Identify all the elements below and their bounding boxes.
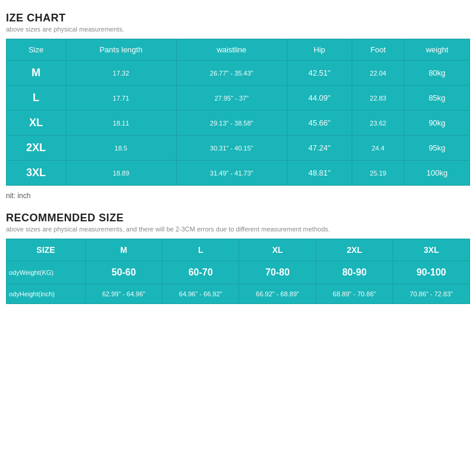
cell-size: 2XL xyxy=(7,136,66,161)
cell-pants: 17.32 xyxy=(66,61,176,86)
rec-row-label: odyHeight(inch) xyxy=(7,284,86,304)
size-chart-header-row: Size Pants length waistline Hip Foot wei… xyxy=(7,39,470,61)
cell-foot: 25.19 xyxy=(352,161,404,186)
header-size: Size xyxy=(7,39,66,61)
cell-pants: 17.71 xyxy=(66,86,176,111)
size-chart-section: IZE CHART above sizes are physical measu… xyxy=(6,12,470,200)
rec-table-row: odyWeight(KG)50-6060-7070-8080-9090-100 xyxy=(7,261,470,284)
cell-pants: 18.5 xyxy=(66,136,176,161)
rec-header-cell: XL xyxy=(239,239,316,261)
table-row: M 17.32 26.77" - 35.43" 42.51" 22.04 80k… xyxy=(7,61,470,86)
cell-hip: 47.24" xyxy=(287,136,352,161)
table-row: 2XL 18.5 30.31" - 40.15" 47.24" 24.4 95k… xyxy=(7,136,470,161)
cell-foot: 22.04 xyxy=(352,61,404,86)
table-row: 3XL 18.89 31.49" - 41.73" 48.81" 25.19 1… xyxy=(7,161,470,186)
rec-header-cell: M xyxy=(85,239,162,261)
recommended-chart-section: RECOMMENDED SIZE above sizes are physica… xyxy=(6,212,470,304)
cell-foot: 23.62 xyxy=(352,111,404,136)
cell-size: XL xyxy=(7,111,66,136)
cell-waist: 27.95" - 37" xyxy=(176,86,287,111)
cell-weight: 100kg xyxy=(404,161,469,186)
header-hip: Hip xyxy=(287,39,352,61)
rec-row-label: odyWeight(KG) xyxy=(7,261,86,284)
cell-foot: 24.4 xyxy=(352,136,404,161)
rec-table-row: odyHeight(inch)62.99" - 64.96"64.96" - 6… xyxy=(7,284,470,304)
table-row: L 17.71 27.95" - 37" 44.09" 22.83 85kg xyxy=(7,86,470,111)
cell-waist: 29.13" - 38.58" xyxy=(176,111,287,136)
rec-cell: 68.89" - 70.86" xyxy=(316,284,393,304)
rec-cell: 50-60 xyxy=(85,261,162,284)
header-pants: Pants length xyxy=(66,39,176,61)
rec-cell: 70-80 xyxy=(239,261,316,284)
header-waist: waistline xyxy=(176,39,287,61)
unit-note: nit: inch xyxy=(6,192,470,200)
header-weight: weight xyxy=(404,39,469,61)
cell-weight: 90kg xyxy=(404,111,469,136)
cell-waist: 26.77" - 35.43" xyxy=(176,61,287,86)
table-row: XL 18.11 29.13" - 38.58" 45.66" 23.62 90… xyxy=(7,111,470,136)
cell-size: M xyxy=(7,61,66,86)
cell-hip: 44.09" xyxy=(287,86,352,111)
cell-pants: 18.11 xyxy=(66,111,176,136)
cell-hip: 45.66" xyxy=(287,111,352,136)
size-chart-title: IZE CHART xyxy=(6,12,470,24)
rec-header-cell: SIZE xyxy=(7,239,86,261)
rec-cell: 80-90 xyxy=(316,261,393,284)
rec-cell: 90-100 xyxy=(393,261,469,284)
cell-waist: 31.49" - 41.73" xyxy=(176,161,287,186)
cell-weight: 95kg xyxy=(404,136,469,161)
header-foot: Foot xyxy=(352,39,404,61)
rec-header-cell: L xyxy=(162,239,239,261)
rec-cell: 66.92" - 68.89" xyxy=(239,284,316,304)
rec-cell: 60-70 xyxy=(162,261,239,284)
recommended-title: RECOMMENDED SIZE xyxy=(6,212,470,224)
cell-foot: 22.83 xyxy=(352,86,404,111)
rec-header-cell: 3XL xyxy=(393,239,469,261)
recommended-subtitle: above sizes are physical measurements, a… xyxy=(6,226,470,233)
rec-cell: 64.96" - 66.92" xyxy=(162,284,239,304)
cell-waist: 30.31" - 40.15" xyxy=(176,136,287,161)
cell-weight: 85kg xyxy=(404,86,469,111)
cell-hip: 42.51" xyxy=(287,61,352,86)
cell-size: 3XL xyxy=(7,161,66,186)
cell-pants: 18.89 xyxy=(66,161,176,186)
cell-hip: 48.81" xyxy=(287,161,352,186)
size-chart-subtitle: above sizes are physical measurements. xyxy=(6,26,470,33)
page-container: IZE CHART above sizes are physical measu… xyxy=(0,0,476,316)
cell-size: L xyxy=(7,86,66,111)
rec-cell: 62.99" - 64.96" xyxy=(85,284,162,304)
rec-header-row: SIZEMLXL2XL3XL xyxy=(7,239,470,261)
recommended-chart-table: SIZEMLXL2XL3XL odyWeight(KG)50-6060-7070… xyxy=(6,239,470,304)
size-chart-table: Size Pants length waistline Hip Foot wei… xyxy=(6,39,470,186)
rec-header-cell: 2XL xyxy=(316,239,393,261)
cell-weight: 80kg xyxy=(404,61,469,86)
rec-cell: 70.86" - 72.83" xyxy=(393,284,469,304)
